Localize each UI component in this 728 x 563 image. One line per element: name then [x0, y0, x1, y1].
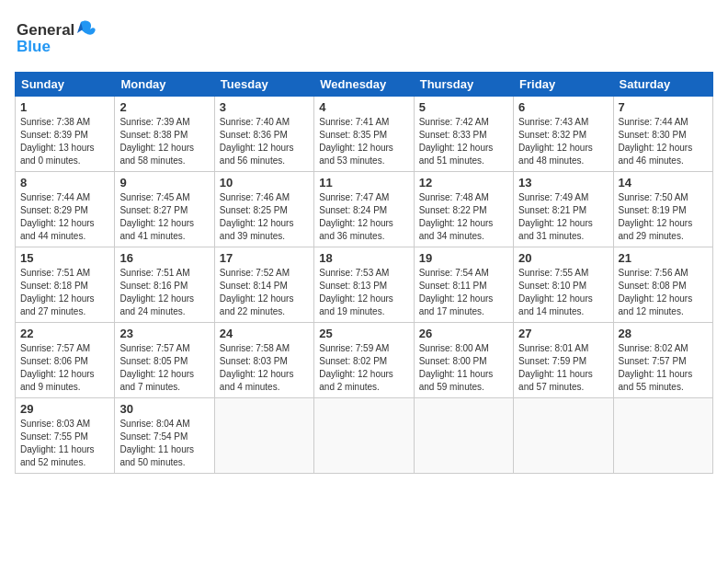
cell-content: Sunrise: 7:38 AM Sunset: 8:39 PM Dayligh… [20, 116, 109, 167]
day-number: 25 [319, 327, 408, 340]
cell-content: Sunrise: 7:52 AM Sunset: 8:14 PM Dayligh… [220, 267, 309, 318]
calendar-cell: 21Sunrise: 7:56 AM Sunset: 8:08 PM Dayli… [613, 247, 712, 323]
calendar-cell: 6Sunrise: 7:43 AM Sunset: 8:32 PM Daylig… [514, 97, 613, 172]
cell-content: Sunrise: 8:01 AM Sunset: 7:59 PM Dayligh… [518, 342, 608, 394]
calendar-week-3: 15Sunrise: 7:51 AM Sunset: 8:18 PM Dayli… [16, 247, 713, 323]
cell-content: Sunrise: 8:04 AM Sunset: 7:54 PM Dayligh… [119, 418, 209, 469]
day-number: 24 [220, 327, 309, 340]
cell-content: Sunrise: 7:39 AM Sunset: 8:38 PM Dayligh… [119, 116, 209, 167]
page-container: General Blue SundayMondayTuesdayWednesda… [0, 0, 728, 481]
cell-content: Sunrise: 7:42 AM Sunset: 8:33 PM Dayligh… [419, 116, 508, 167]
cell-content: Sunrise: 7:53 AM Sunset: 8:13 PM Dayligh… [319, 267, 408, 318]
day-number: 20 [518, 251, 608, 265]
calendar-week-5: 29Sunrise: 8:03 AM Sunset: 7:55 PM Dayli… [16, 398, 713, 474]
cell-content: Sunrise: 8:02 AM Sunset: 7:57 PM Dayligh… [619, 342, 708, 394]
cell-content: Sunrise: 7:50 AM Sunset: 8:19 PM Dayligh… [619, 191, 708, 243]
calendar-cell: 10Sunrise: 7:46 AM Sunset: 8:25 PM Dayli… [214, 172, 313, 247]
day-number: 8 [20, 176, 109, 190]
day-number: 16 [119, 251, 209, 265]
svg-text:Blue: Blue [17, 38, 51, 55]
day-number: 26 [419, 327, 508, 340]
day-number: 5 [419, 100, 508, 114]
day-number: 17 [220, 251, 309, 265]
calendar-cell: 17Sunrise: 7:52 AM Sunset: 8:14 PM Dayli… [214, 247, 313, 323]
day-number: 3 [220, 100, 309, 114]
day-number: 12 [419, 176, 508, 190]
day-number: 29 [20, 402, 109, 416]
calendar-cell: 19Sunrise: 7:54 AM Sunset: 8:11 PM Dayli… [414, 247, 513, 323]
calendar-cell: 1Sunrise: 7:38 AM Sunset: 8:39 PM Daylig… [16, 97, 115, 172]
cell-content: Sunrise: 7:44 AM Sunset: 8:29 PM Dayligh… [20, 191, 109, 243]
cell-content: Sunrise: 7:47 AM Sunset: 8:24 PM Dayligh… [319, 191, 408, 243]
calendar-cell: 29Sunrise: 8:03 AM Sunset: 7:55 PM Dayli… [16, 398, 115, 474]
calendar-cell: 9Sunrise: 7:45 AM Sunset: 8:27 PM Daylig… [115, 172, 214, 247]
cell-content: Sunrise: 7:56 AM Sunset: 8:08 PM Dayligh… [619, 267, 708, 318]
calendar-week-2: 8Sunrise: 7:44 AM Sunset: 8:29 PM Daylig… [16, 172, 713, 247]
cell-content: Sunrise: 8:00 AM Sunset: 8:00 PM Dayligh… [419, 342, 508, 394]
weekday-header-tuesday: Tuesday [214, 73, 313, 97]
cell-content: Sunrise: 7:48 AM Sunset: 8:22 PM Dayligh… [419, 191, 508, 243]
calendar-week-1: 1Sunrise: 7:38 AM Sunset: 8:39 PM Daylig… [16, 97, 713, 172]
cell-content: Sunrise: 7:43 AM Sunset: 8:32 PM Dayligh… [518, 116, 608, 167]
day-number: 22 [20, 327, 109, 340]
calendar-cell: 7Sunrise: 7:44 AM Sunset: 8:30 PM Daylig… [613, 97, 712, 172]
day-number: 19 [419, 251, 508, 265]
calendar-cell [514, 398, 613, 474]
day-number: 4 [319, 100, 408, 114]
cell-content: Sunrise: 7:45 AM Sunset: 8:27 PM Dayligh… [119, 191, 209, 243]
day-number: 27 [518, 327, 608, 340]
cell-content: Sunrise: 7:51 AM Sunset: 8:16 PM Dayligh… [119, 267, 209, 318]
weekday-header-wednesday: Wednesday [314, 73, 414, 97]
calendar-cell: 5Sunrise: 7:42 AM Sunset: 8:33 PM Daylig… [414, 97, 513, 172]
calendar-cell: 28Sunrise: 8:02 AM Sunset: 7:57 PM Dayli… [613, 323, 712, 398]
calendar-cell: 24Sunrise: 7:58 AM Sunset: 8:03 PM Dayli… [214, 323, 313, 398]
calendar-cell: 3Sunrise: 7:40 AM Sunset: 8:36 PM Daylig… [214, 97, 313, 172]
calendar-cell: 13Sunrise: 7:49 AM Sunset: 8:21 PM Dayli… [514, 172, 613, 247]
day-number: 1 [20, 100, 109, 114]
day-number: 15 [20, 251, 109, 265]
cell-content: Sunrise: 7:58 AM Sunset: 8:03 PM Dayligh… [220, 342, 309, 394]
calendar-cell: 16Sunrise: 7:51 AM Sunset: 8:16 PM Dayli… [115, 247, 214, 323]
cell-content: Sunrise: 7:41 AM Sunset: 8:35 PM Dayligh… [319, 116, 408, 167]
day-number: 10 [220, 176, 309, 190]
day-number: 9 [119, 176, 209, 190]
cell-content: Sunrise: 7:57 AM Sunset: 8:05 PM Dayligh… [119, 342, 209, 394]
calendar-cell: 23Sunrise: 7:57 AM Sunset: 8:05 PM Dayli… [115, 323, 214, 398]
header: General Blue [15, 15, 713, 63]
calendar-cell: 14Sunrise: 7:50 AM Sunset: 8:19 PM Dayli… [613, 172, 712, 247]
calendar-cell [314, 398, 414, 474]
calendar-cell: 11Sunrise: 7:47 AM Sunset: 8:24 PM Dayli… [314, 172, 414, 247]
cell-content: Sunrise: 7:49 AM Sunset: 8:21 PM Dayligh… [518, 191, 608, 243]
cell-content: Sunrise: 7:44 AM Sunset: 8:30 PM Dayligh… [619, 116, 708, 167]
calendar-cell: 2Sunrise: 7:39 AM Sunset: 8:38 PM Daylig… [115, 97, 214, 172]
calendar-cell: 22Sunrise: 7:57 AM Sunset: 8:06 PM Dayli… [16, 323, 115, 398]
cell-content: Sunrise: 7:57 AM Sunset: 8:06 PM Dayligh… [20, 342, 109, 394]
logo-text: General Blue [15, 15, 97, 63]
day-number: 7 [619, 100, 708, 114]
cell-content: Sunrise: 7:40 AM Sunset: 8:36 PM Dayligh… [220, 116, 309, 167]
cell-content: Sunrise: 7:59 AM Sunset: 8:02 PM Dayligh… [319, 342, 408, 394]
day-number: 14 [619, 176, 708, 190]
day-number: 30 [119, 402, 209, 416]
cell-content: Sunrise: 7:46 AM Sunset: 8:25 PM Dayligh… [220, 191, 309, 243]
cell-content: Sunrise: 7:54 AM Sunset: 8:11 PM Dayligh… [419, 267, 508, 318]
calendar-cell: 12Sunrise: 7:48 AM Sunset: 8:22 PM Dayli… [414, 172, 513, 247]
calendar-cell: 26Sunrise: 8:00 AM Sunset: 8:00 PM Dayli… [414, 323, 513, 398]
day-number: 2 [119, 100, 209, 114]
calendar-cell [214, 398, 313, 474]
calendar-cell: 4Sunrise: 7:41 AM Sunset: 8:35 PM Daylig… [314, 97, 414, 172]
cell-content: Sunrise: 7:55 AM Sunset: 8:10 PM Dayligh… [518, 267, 608, 318]
weekday-header-thursday: Thursday [414, 73, 513, 97]
calendar-table: SundayMondayTuesdayWednesdayThursdayFrid… [15, 72, 713, 474]
svg-text:General: General [17, 21, 74, 39]
weekday-header-friday: Friday [514, 73, 613, 97]
calendar-cell [613, 398, 712, 474]
day-number: 18 [319, 251, 408, 265]
day-number: 21 [619, 251, 708, 265]
cell-content: Sunrise: 7:51 AM Sunset: 8:18 PM Dayligh… [20, 267, 109, 318]
calendar-cell: 20Sunrise: 7:55 AM Sunset: 8:10 PM Dayli… [514, 247, 613, 323]
day-number: 23 [119, 327, 209, 340]
calendar-cell: 18Sunrise: 7:53 AM Sunset: 8:13 PM Dayli… [314, 247, 414, 323]
calendar-cell: 27Sunrise: 8:01 AM Sunset: 7:59 PM Dayli… [514, 323, 613, 398]
weekday-header-monday: Monday [115, 73, 214, 97]
